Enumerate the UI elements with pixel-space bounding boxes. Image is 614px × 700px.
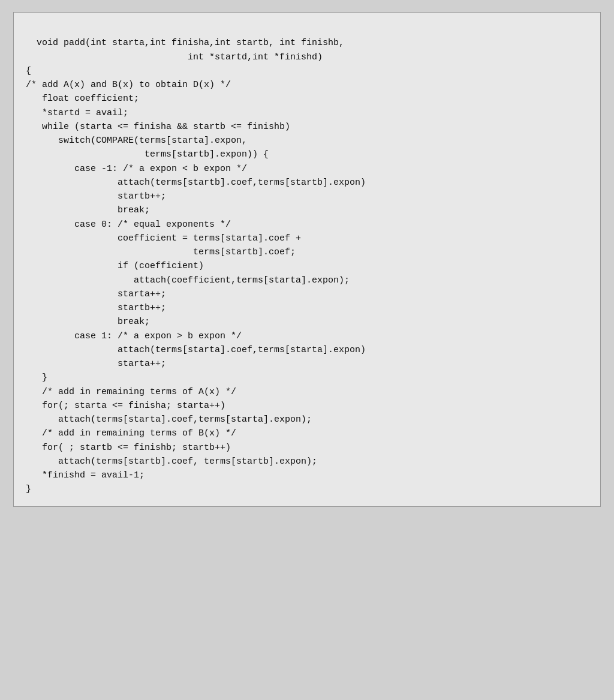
- code-block: void padd(int starta,int finisha,int sta…: [13, 12, 601, 507]
- code-text: void padd(int starta,int finisha,int sta…: [26, 38, 366, 494]
